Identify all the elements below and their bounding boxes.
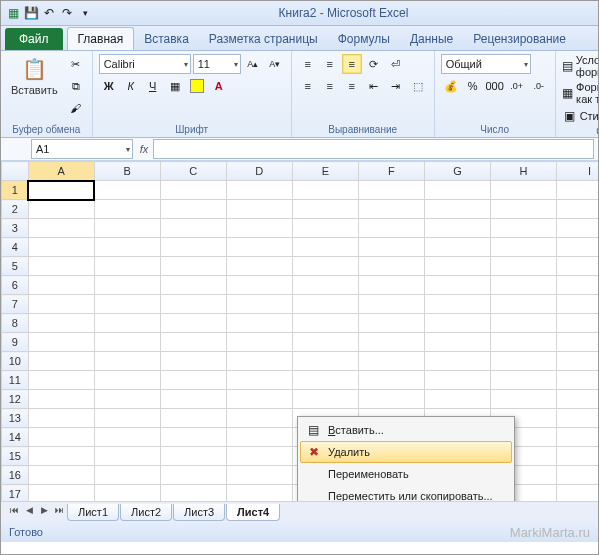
cell[interactable] xyxy=(94,390,160,409)
cell[interactable] xyxy=(28,485,94,502)
fx-icon[interactable]: fx xyxy=(135,143,153,155)
cell[interactable] xyxy=(556,333,598,352)
cell[interactable] xyxy=(94,200,160,219)
tab-nav-next-icon[interactable]: ▶ xyxy=(37,505,51,519)
sheet-tab-4[interactable]: Лист4 xyxy=(226,504,280,521)
bold-button[interactable]: Ж xyxy=(99,76,119,96)
cell[interactable] xyxy=(490,200,556,219)
cell[interactable] xyxy=(28,276,94,295)
grow-font-icon[interactable]: A▴ xyxy=(243,54,263,74)
cell[interactable] xyxy=(424,333,490,352)
sheet-tab-2[interactable]: Лист2 xyxy=(120,504,172,521)
cell[interactable] xyxy=(160,390,226,409)
cell[interactable] xyxy=(424,276,490,295)
cell[interactable] xyxy=(226,257,292,276)
cell[interactable] xyxy=(358,352,424,371)
ctx-delete[interactable]: ✖Удалить xyxy=(300,441,512,463)
cut-icon[interactable]: ✂ xyxy=(66,54,86,74)
row-header[interactable]: 15 xyxy=(2,447,29,466)
row-header[interactable]: 16 xyxy=(2,466,29,485)
cell[interactable] xyxy=(160,276,226,295)
cell[interactable] xyxy=(424,219,490,238)
align-top-icon[interactable]: ≡ xyxy=(298,54,318,74)
tab-nav-last-icon[interactable]: ⏭ xyxy=(52,505,66,519)
cell[interactable] xyxy=(28,371,94,390)
column-header[interactable]: F xyxy=(358,162,424,181)
cell[interactable] xyxy=(160,447,226,466)
cell[interactable] xyxy=(358,238,424,257)
tab-page-layout[interactable]: Разметка страницы xyxy=(199,28,328,50)
cell[interactable] xyxy=(94,238,160,257)
cell[interactable] xyxy=(226,238,292,257)
font-color-icon[interactable]: A xyxy=(209,76,229,96)
cell[interactable] xyxy=(490,314,556,333)
cell[interactable] xyxy=(424,181,490,200)
cell[interactable] xyxy=(28,257,94,276)
percent-icon[interactable]: % xyxy=(463,76,483,96)
number-format-combo[interactable]: Общий xyxy=(441,54,531,74)
cell[interactable] xyxy=(28,238,94,257)
cell[interactable] xyxy=(556,371,598,390)
cell[interactable] xyxy=(226,295,292,314)
cell[interactable] xyxy=(556,409,598,428)
cell[interactable] xyxy=(226,371,292,390)
cell[interactable] xyxy=(292,352,358,371)
cell[interactable] xyxy=(556,238,598,257)
tab-nav-prev-icon[interactable]: ◀ xyxy=(22,505,36,519)
undo-icon[interactable]: ↶ xyxy=(41,5,57,21)
cell[interactable] xyxy=(292,295,358,314)
orientation-icon[interactable]: ⟳ xyxy=(364,54,384,74)
cell[interactable] xyxy=(292,371,358,390)
cell[interactable] xyxy=(160,295,226,314)
cell[interactable] xyxy=(292,219,358,238)
cell[interactable] xyxy=(556,200,598,219)
cell[interactable] xyxy=(358,181,424,200)
paste-button[interactable]: 📋 Вставить xyxy=(7,54,62,98)
increase-indent-icon[interactable]: ⇥ xyxy=(386,76,406,96)
cell[interactable] xyxy=(358,257,424,276)
tab-home[interactable]: Главная xyxy=(67,27,135,50)
cell[interactable] xyxy=(226,276,292,295)
select-all-corner[interactable] xyxy=(2,162,29,181)
cell[interactable] xyxy=(556,352,598,371)
cell[interactable] xyxy=(94,466,160,485)
row-header[interactable]: 17 xyxy=(2,485,29,502)
cell[interactable] xyxy=(556,219,598,238)
row-header[interactable]: 3 xyxy=(2,219,29,238)
decrease-decimal-icon[interactable]: .0- xyxy=(529,76,549,96)
cell[interactable] xyxy=(292,200,358,219)
underline-button[interactable]: Ч xyxy=(143,76,163,96)
column-header[interactable]: A xyxy=(28,162,94,181)
cell[interactable] xyxy=(160,238,226,257)
cell[interactable] xyxy=(490,295,556,314)
row-header[interactable]: 5 xyxy=(2,257,29,276)
cell[interactable] xyxy=(556,181,598,200)
shrink-font-icon[interactable]: A▾ xyxy=(265,54,285,74)
tab-formulas[interactable]: Формулы xyxy=(328,28,400,50)
sheet-tab-3[interactable]: Лист3 xyxy=(173,504,225,521)
cell[interactable] xyxy=(358,333,424,352)
column-header[interactable]: H xyxy=(490,162,556,181)
cell[interactable] xyxy=(28,390,94,409)
cell-styles-button[interactable]: ▣Стили ячеек xyxy=(562,108,598,124)
cell[interactable] xyxy=(94,333,160,352)
cell[interactable] xyxy=(226,447,292,466)
row-header[interactable]: 10 xyxy=(2,352,29,371)
cell[interactable] xyxy=(94,485,160,502)
cell[interactable] xyxy=(160,181,226,200)
tab-insert[interactable]: Вставка xyxy=(134,28,199,50)
save-icon[interactable]: 💾 xyxy=(23,5,39,21)
cell[interactable] xyxy=(424,200,490,219)
cell[interactable] xyxy=(424,295,490,314)
cell[interactable] xyxy=(28,295,94,314)
cell[interactable] xyxy=(358,219,424,238)
cell[interactable] xyxy=(160,333,226,352)
cell[interactable] xyxy=(424,257,490,276)
cell[interactable] xyxy=(226,219,292,238)
cell[interactable] xyxy=(424,390,490,409)
conditional-formatting-button[interactable]: ▤Условное форматиро xyxy=(562,54,598,78)
tab-data[interactable]: Данные xyxy=(400,28,463,50)
row-header[interactable]: 6 xyxy=(2,276,29,295)
merge-icon[interactable]: ⬚ xyxy=(408,76,428,96)
tab-review[interactable]: Рецензирование xyxy=(463,28,576,50)
